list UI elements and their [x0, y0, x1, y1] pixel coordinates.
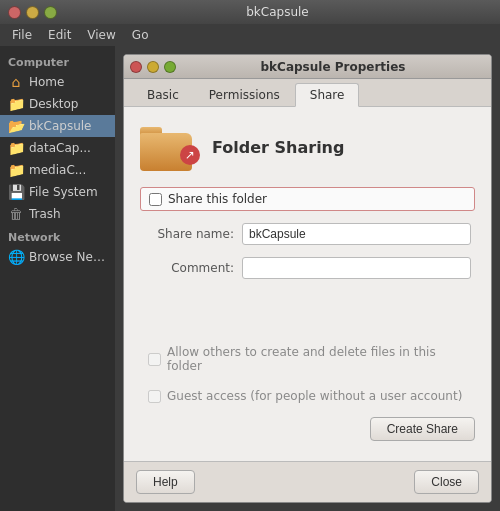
window-buttons: [8, 6, 57, 19]
window-title: bkCapsule: [63, 5, 492, 19]
dialog-close-button[interactable]: [130, 61, 142, 73]
sidebar-item-mediac-label: mediaC...: [29, 163, 86, 177]
sidebar-item-trash-label: Trash: [29, 207, 61, 221]
menu-edit[interactable]: Edit: [40, 26, 79, 44]
sidebar-item-browsenet[interactable]: 🌐 Browse Net...: [0, 246, 115, 268]
menu-go[interactable]: Go: [124, 26, 157, 44]
share-name-input[interactable]: [242, 223, 471, 245]
allow-create-delete-checkbox[interactable]: [148, 353, 161, 366]
dialog-min-button[interactable]: [147, 61, 159, 73]
share-name-row: Share name:: [140, 223, 475, 245]
menu-bar: File Edit View Go: [0, 24, 500, 46]
minimize-button[interactable]: [26, 6, 39, 19]
dialog-title: bkCapsule Properties: [181, 60, 485, 74]
tab-share[interactable]: Share: [295, 83, 360, 107]
create-share-row: Create Share: [140, 417, 475, 445]
comment-row: Comment:: [140, 257, 475, 279]
tab-permissions[interactable]: Permissions: [194, 83, 295, 106]
share-this-folder-checkbox[interactable]: [149, 193, 162, 206]
folder-icon-large: ↗: [140, 123, 196, 171]
close-dialog-button[interactable]: Close: [414, 470, 479, 494]
sidebar-item-browsenet-label: Browse Net...: [29, 250, 107, 264]
sidebar: Computer ⌂ Home 📁 Desktop 📂 bkCapsule 📁 …: [0, 46, 115, 511]
tab-basic[interactable]: Basic: [132, 83, 194, 106]
tab-bar: Basic Permissions Share: [124, 79, 491, 107]
home-icon: ⌂: [8, 74, 24, 90]
sidebar-item-home-label: Home: [29, 75, 64, 89]
sidebar-item-mediac[interactable]: 📁 mediaC...: [0, 159, 115, 181]
share-this-folder-label: Share this folder: [168, 192, 267, 206]
title-bar: bkCapsule: [0, 0, 500, 24]
share-checkbox-row[interactable]: Share this folder: [140, 187, 475, 211]
comment-label: Comment:: [144, 261, 234, 275]
share-heading: Folder Sharing: [212, 138, 344, 157]
dialog-content: ↗ Folder Sharing Share this folder Share…: [124, 107, 491, 461]
menu-view[interactable]: View: [79, 26, 123, 44]
guest-access-row: Guest access (for people without a user …: [140, 387, 475, 405]
properties-dialog: bkCapsule Properties Basic Permissions S…: [123, 54, 492, 503]
datacap-icon: 📁: [8, 140, 24, 156]
sidebar-item-desktop-label: Desktop: [29, 97, 79, 111]
allow-create-delete-label: Allow others to create and delete files …: [167, 345, 467, 373]
sidebar-item-bkcapsule-label: bkCapsule: [29, 119, 92, 133]
dialog-footer: Help Close: [124, 461, 491, 502]
maximize-button[interactable]: [44, 6, 57, 19]
folder-emblem-shape: ↗: [180, 145, 200, 165]
create-share-button[interactable]: Create Share: [370, 417, 475, 441]
menu-file[interactable]: File: [4, 26, 40, 44]
sidebar-section-network: Network: [0, 225, 115, 246]
allow-create-delete-row: Allow others to create and delete files …: [140, 343, 475, 375]
sidebar-item-desktop[interactable]: 📁 Desktop: [0, 93, 115, 115]
guest-access-label: Guest access (for people without a user …: [167, 389, 462, 403]
sidebar-item-home[interactable]: ⌂ Home: [0, 71, 115, 93]
mediac-icon: 📁: [8, 162, 24, 178]
share-header: ↗ Folder Sharing: [140, 123, 475, 171]
network-icon: 🌐: [8, 249, 24, 265]
dialog-max-button[interactable]: [164, 61, 176, 73]
comment-input[interactable]: [242, 257, 471, 279]
sidebar-item-datacap-label: dataCap...: [29, 141, 91, 155]
close-button[interactable]: [8, 6, 21, 19]
sidebar-item-filesystem[interactable]: 💾 File System: [0, 181, 115, 203]
sidebar-item-datacap[interactable]: 📁 dataCap...: [0, 137, 115, 159]
bkcapsule-icon: 📂: [8, 118, 24, 134]
sidebar-item-bkcapsule[interactable]: 📂 bkCapsule: [0, 115, 115, 137]
desktop-icon: 📁: [8, 96, 24, 112]
share-name-label: Share name:: [144, 227, 234, 241]
sidebar-item-trash[interactable]: 🗑 Trash: [0, 203, 115, 225]
main-layout: Computer ⌂ Home 📁 Desktop 📂 bkCapsule 📁 …: [0, 46, 500, 511]
filesystem-icon: 💾: [8, 184, 24, 200]
sidebar-section-computer: Computer: [0, 50, 115, 71]
sidebar-item-filesystem-label: File System: [29, 185, 98, 199]
dialog-title-bar: bkCapsule Properties: [124, 55, 491, 79]
help-button[interactable]: Help: [136, 470, 195, 494]
guest-access-checkbox[interactable]: [148, 390, 161, 403]
trash-icon: 🗑: [8, 206, 24, 222]
